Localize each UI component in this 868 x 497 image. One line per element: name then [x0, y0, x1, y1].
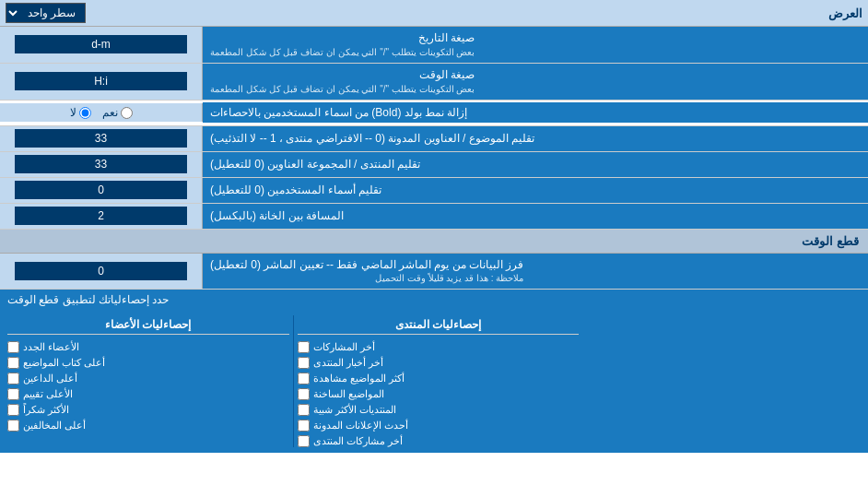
- checkboxes-columns: إحصاءليات المنتدى أخر المشاركات أخر أخبا…: [7, 315, 861, 447]
- cutoff-label: فرز البيانات من يوم الماشر الماضي فقط --…: [203, 254, 868, 290]
- date-format-input[interactable]: [15, 35, 186, 53]
- checkbox-forum-6[interactable]: [298, 435, 310, 447]
- time-format-input[interactable]: [15, 72, 186, 90]
- spacing-input-area: [0, 204, 203, 229]
- main-container: العرض سطر واحدسطرينثلاثة أسطر صيغة التار…: [0, 0, 868, 453]
- spacing-row: المسافة بين الخانة (بالبكسل): [0, 204, 868, 230]
- checkbox-item-0-5: أحدث الإعلانات المدونة: [298, 420, 580, 432]
- top-row-label: العرض: [828, 6, 862, 20]
- cutoff-row: فرز البيانات من يوم الماشر الماضي فقط --…: [0, 254, 868, 290]
- sort-forum-input[interactable]: [15, 155, 186, 173]
- apply-row: حدد إحصاءلياتك لتطبيق قطع الوقت: [0, 290, 868, 310]
- checkbox-item-1-4: الأكثر شكراً: [7, 404, 289, 416]
- members-stats-header: إحصاءليات الأعضاء: [7, 315, 289, 335]
- cutoff-input-area: [0, 254, 203, 290]
- date-format-input-area: [0, 27, 203, 63]
- sort-subjects-input[interactable]: [15, 129, 186, 148]
- display-mode-select[interactable]: سطر واحدسطرينثلاثة أسطر: [6, 3, 86, 23]
- col-divider: [293, 315, 294, 447]
- sort-users-label: تقليم أسماء المستخدمين (0 للتعطيل): [203, 178, 868, 203]
- forum-stats-col: إحصاءليات المنتدى أخر المشاركات أخر أخبا…: [298, 315, 580, 447]
- checkbox-forum-1[interactable]: [298, 357, 310, 369]
- sort-subjects-row: تقليم الموضوع / العناوين المدونة (0 -- ا…: [0, 126, 868, 152]
- checkbox-forum-3[interactable]: [298, 388, 310, 400]
- checkbox-item-0-1: أخر أخبار المنتدى: [298, 357, 580, 369]
- radio-no[interactable]: [79, 107, 91, 119]
- apply-label: حدد إحصاءلياتك لتطبيق قطع الوقت: [7, 293, 169, 306]
- checkbox-item-0-3: المواضيع الساخنة: [298, 388, 580, 400]
- checkbox-forum-2[interactable]: [298, 373, 310, 385]
- sort-subjects-label: تقليم الموضوع / العناوين المدونة (0 -- ا…: [203, 126, 868, 151]
- time-format-input-area: [0, 64, 203, 100]
- radio-no-label[interactable]: لا: [70, 106, 91, 119]
- remove-bold-options: نعم لا: [0, 103, 203, 122]
- date-format-label: صيغة التاريخ بعض التكوينات يتطلب "/" الت…: [203, 27, 868, 63]
- cutoff-section-header: قطع الوقت: [0, 230, 868, 254]
- radio-yes[interactable]: [121, 107, 133, 119]
- top-row: العرض سطر واحدسطرينثلاثة أسطر: [0, 0, 868, 27]
- checkbox-item-0-2: أكثر المواضيع مشاهدة: [298, 373, 580, 385]
- remove-bold-label: إزالة نمط بولد (Bold) من اسماء المستخدمي…: [203, 102, 868, 123]
- sort-users-input-area: [0, 178, 203, 203]
- forum-stats-header: إحصاءليات المنتدى: [298, 315, 580, 335]
- spacing-label: المسافة بين الخانة (بالبكسل): [203, 204, 868, 229]
- checkbox-member-3[interactable]: [7, 388, 19, 400]
- checkbox-forum-4[interactable]: [298, 404, 310, 416]
- cutoff-input[interactable]: [15, 262, 186, 280]
- sort-forum-row: تقليم المنتدى / المجموعة العناوين (0 للت…: [0, 152, 868, 178]
- checkbox-item-0-6: أخر مشاركات المنتدى: [298, 435, 580, 447]
- checkboxes-section: إحصاءليات المنتدى أخر المشاركات أخر أخبا…: [0, 310, 868, 453]
- remove-bold-row: إزالة نمط بولد (Bold) من اسماء المستخدمي…: [0, 101, 868, 126]
- checkbox-member-2[interactable]: [7, 373, 19, 385]
- empty-col: [579, 315, 861, 447]
- checkbox-member-1[interactable]: [7, 357, 19, 369]
- checkbox-forum-5[interactable]: [298, 420, 310, 432]
- radio-yes-label[interactable]: نعم: [102, 106, 133, 119]
- checkbox-member-4[interactable]: [7, 404, 19, 416]
- sort-users-row: تقليم أسماء المستخدمين (0 للتعطيل): [0, 178, 868, 204]
- date-format-row: صيغة التاريخ بعض التكوينات يتطلب "/" الت…: [0, 27, 868, 64]
- checkbox-forum-0[interactable]: [298, 341, 310, 353]
- checkbox-item-0-0: أخر المشاركات: [298, 341, 580, 353]
- checkbox-item-1-5: أعلى المخالفين: [7, 420, 289, 432]
- checkbox-member-0[interactable]: [7, 341, 19, 353]
- checkbox-item-0-4: المنتديات الأكثر شبية: [298, 404, 580, 416]
- members-stats-col: إحصاءليات الأعضاء الأعضاء الجدد أعلى كتا…: [7, 315, 289, 447]
- checkbox-item-1-3: الأعلى تقييم: [7, 388, 289, 400]
- sort-subjects-input-area: [0, 126, 203, 151]
- sort-forum-input-area: [0, 152, 203, 177]
- time-format-row: صيغة الوقت بعض التكوينات يتطلب "/" التي …: [0, 64, 868, 101]
- sort-forum-label: تقليم المنتدى / المجموعة العناوين (0 للت…: [203, 152, 868, 177]
- checkbox-item-1-1: أعلى كتاب المواضيع: [7, 357, 289, 369]
- checkbox-member-5[interactable]: [7, 420, 19, 432]
- sort-users-input[interactable]: [15, 181, 186, 199]
- checkbox-item-1-2: أعلى الداعين: [7, 373, 289, 385]
- checkbox-item-1-0: الأعضاء الجدد: [7, 341, 289, 353]
- time-format-label: صيغة الوقت بعض التكوينات يتطلب "/" التي …: [203, 64, 868, 100]
- spacing-input[interactable]: [15, 207, 186, 225]
